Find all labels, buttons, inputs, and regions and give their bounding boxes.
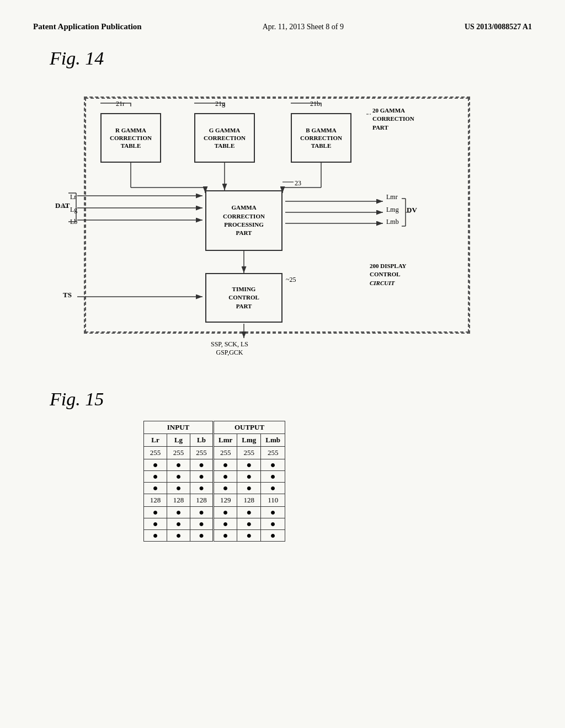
lmg-label: Lmg [386, 206, 399, 214]
cell-dot: ● [261, 507, 285, 518]
ref-21g: 21g [215, 100, 225, 108]
lmb-label: Lmb [386, 218, 399, 226]
cell-dot: ● [190, 471, 214, 483]
cell-dot: ● [144, 483, 167, 494]
gamma-part-label: 20 GAMMA CORRECTION PART [372, 106, 414, 132]
cell-dot: ● [144, 507, 167, 518]
cell-dot: ● [167, 459, 190, 471]
cell-dot: ● [190, 507, 214, 518]
cell: 128 [167, 494, 190, 507]
header: Patent Application Publication Apr. 11, … [33, 22, 532, 31]
g-gamma-table-label: G GAMMA CORRECTION TABLE [204, 126, 246, 150]
col-lmb: Lmb [261, 434, 285, 447]
lr-label: Lr [70, 193, 76, 201]
fig14-label: Fig. 14 [50, 48, 532, 69]
table-row-dots: ● ● ● ● ● ● [144, 483, 285, 494]
ref-21b: 21b [310, 100, 320, 108]
table-row-dots: ● ● ● ● ● ● [144, 459, 285, 471]
cell-dot: ● [190, 518, 214, 530]
cell: 255 [237, 447, 261, 459]
table-row-dots: ● ● ● ● ● ● [144, 471, 285, 483]
cell-dot: ● [237, 459, 261, 471]
col-lmr: Lmr [214, 434, 237, 447]
cell-dot: ● [167, 471, 190, 483]
header-date-sheet: Apr. 11, 2013 Sheet 8 of 9 [263, 23, 344, 31]
col-lmg: Lmg [237, 434, 261, 447]
tcp-label: TIMING CONTROL PART [228, 285, 259, 311]
cell: 128 [237, 494, 261, 507]
fig15-table-wrapper: INPUT OUTPUT Lr Lg Lb Lmr Lmg Lmb 255 25… [143, 421, 285, 542]
dat-label: DAT [55, 201, 70, 210]
cell-dot: ● [261, 530, 285, 542]
header-patent-number: US 2013/0088527 A1 [465, 23, 532, 31]
dv-label: DV [407, 206, 417, 215]
cell-dot: ● [214, 471, 237, 483]
ssp-label: SSP, SCK, LS GSP,GCK [211, 340, 248, 357]
ref-25: ~25 [286, 276, 296, 284]
display-circuit-label: 200 DISPLAY CONTROL CIRCUIT [370, 262, 407, 287]
table-row-dots: ● ● ● ● ● ● [144, 530, 285, 542]
cell-dot: ● [167, 530, 190, 542]
input-group-header: INPUT [144, 421, 214, 434]
cell-dot: ● [190, 459, 214, 471]
lmr-label: Lmr [386, 193, 398, 201]
cell-dot: ● [237, 518, 261, 530]
ref-23: 23 [295, 179, 301, 188]
lb-label: Lb [70, 218, 77, 226]
r-gamma-table-label: R GAMMA CORRECTION TABLE [110, 126, 152, 150]
cell-dot: ● [261, 483, 285, 494]
table-row-dots: ● ● ● ● ● ● [144, 507, 285, 518]
table-row: 128 128 128 129 128 110 [144, 494, 285, 507]
cell-dot: ● [144, 471, 167, 483]
header-publication: Patent Application Publication [33, 22, 142, 31]
output-group-header: OUTPUT [214, 421, 285, 434]
cell: 110 [261, 494, 285, 507]
cell-dot: ● [237, 530, 261, 542]
cell-dot: ● [237, 507, 261, 518]
tcp-box: TIMING CONTROL PART [205, 273, 282, 323]
cell-dot: ● [214, 530, 237, 542]
cell-dot: ● [190, 530, 214, 542]
cell: 255 [167, 447, 190, 459]
gcpp-box: GAMMA CORRECTION PROCESSING PART [205, 190, 282, 251]
cell-dot: ● [261, 471, 285, 483]
table-row-dots: ● ● ● ● ● ● [144, 518, 285, 530]
cell-dot: ● [167, 507, 190, 518]
fig15-label: Fig. 15 [50, 389, 532, 410]
r-gamma-table-box: R GAMMA CORRECTION TABLE [100, 113, 161, 163]
cell: 255 [261, 447, 285, 459]
cell-dot: ● [167, 518, 190, 530]
cell: 129 [214, 494, 237, 507]
cell-dot: ● [144, 518, 167, 530]
cell-dot: ● [214, 459, 237, 471]
cell-dot: ● [261, 518, 285, 530]
fig15-table-body: 255 255 255 255 255 255 ● ● ● ● ● ● [144, 447, 285, 542]
col-lg: Lg [167, 434, 190, 447]
cell: 128 [144, 494, 167, 507]
cell-dot: ● [214, 518, 237, 530]
gcpp-label: GAMMA CORRECTION PROCESSING PART [223, 204, 265, 238]
cell: 255 [190, 447, 214, 459]
cell: 128 [190, 494, 214, 507]
cell-dot: ● [167, 483, 190, 494]
ref-21r: 21r [116, 100, 125, 108]
ts-label: TS [63, 291, 72, 299]
cell-dot: ● [237, 471, 261, 483]
g-gamma-table-box: G GAMMA CORRECTION TABLE [194, 113, 255, 163]
cell-dot: ● [214, 507, 237, 518]
fig14-diagram: R GAMMA CORRECTION TABLE G GAMMA CORRECT… [40, 80, 525, 367]
page: Patent Application Publication Apr. 11, … [0, 0, 565, 728]
cell-dot: ● [190, 483, 214, 494]
fig15-table: INPUT OUTPUT Lr Lg Lb Lmr Lmg Lmb 255 25… [143, 421, 285, 542]
cell-dot: ● [214, 483, 237, 494]
cell: 255 [144, 447, 167, 459]
b-gamma-table-box: B GAMMA CORRECTION TABLE [291, 113, 351, 163]
cell-dot: ● [261, 459, 285, 471]
table-row: 255 255 255 255 255 255 [144, 447, 285, 459]
cell: 255 [214, 447, 237, 459]
cell-dot: ● [144, 530, 167, 542]
col-lb: Lb [190, 434, 214, 447]
lg-label: Lg [70, 206, 77, 214]
col-lr: Lr [144, 434, 167, 447]
b-gamma-table-label: B GAMMA CORRECTION TABLE [300, 126, 342, 150]
